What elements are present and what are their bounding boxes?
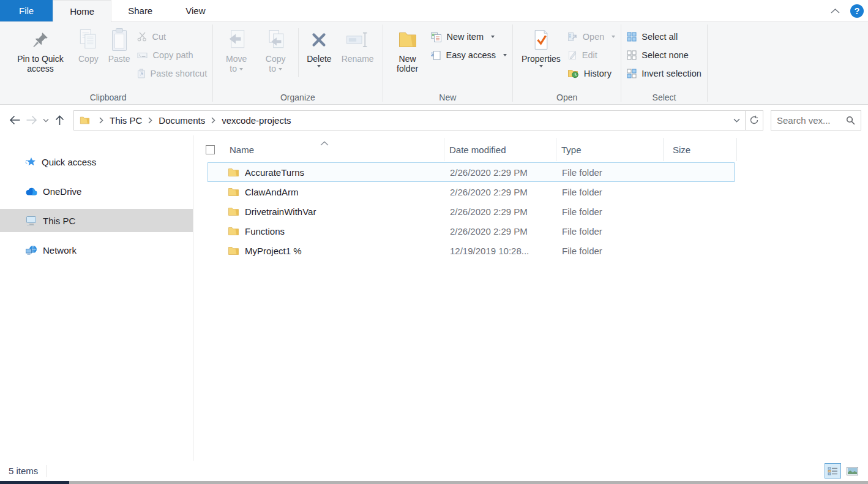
folder-icon — [228, 168, 239, 177]
file-type: File folder — [557, 187, 664, 197]
chevron-down-icon — [733, 118, 740, 123]
up-button[interactable] — [51, 112, 68, 129]
copy-icon — [78, 28, 98, 51]
cut-label: Cut — [152, 32, 166, 42]
history-icon — [567, 69, 579, 78]
pushpin-icon — [31, 31, 50, 49]
open-icon — [567, 32, 578, 42]
tab-view[interactable]: View — [169, 0, 222, 21]
file-name: Functions — [245, 226, 285, 236]
copy-to-icon — [266, 29, 285, 51]
column-header-name[interactable]: Name — [222, 138, 444, 161]
delete-button[interactable]: Delete — [302, 25, 335, 69]
sidebar-item-label: OneDrive — [43, 186, 81, 197]
file-row-clawandarm[interactable]: ClawAndArm 2/26/2020 2:29 PM File folder — [208, 182, 735, 202]
open-group-label: Open — [513, 93, 621, 102]
history-button[interactable]: History — [566, 67, 617, 80]
ribbon-group-select: Select all Select none Invert selection … — [621, 22, 707, 104]
pin-to-quick-access-label: Pin to Quick access — [12, 54, 69, 74]
search-input[interactable] — [777, 115, 846, 126]
clipboard-group-label: Clipboard — [4, 93, 212, 102]
search-box[interactable] — [771, 110, 861, 130]
easy-access-label: Easy access — [446, 50, 496, 60]
breadcrumb-vexcode-projects[interactable]: vexcode-projects — [220, 115, 292, 126]
sidebar-item-onedrive[interactable]: OneDrive — [0, 180, 193, 203]
up-arrow-icon — [55, 115, 64, 126]
pin-to-quick-access-button[interactable]: Pin to Quick access — [8, 25, 73, 75]
window-bottom-edge — [0, 481, 868, 484]
copy-label: Copy — [78, 54, 99, 64]
new-folder-label: New folder — [392, 54, 424, 74]
refresh-button[interactable] — [745, 111, 763, 130]
file-type: File folder — [557, 226, 664, 236]
properties-label: Properties — [522, 54, 561, 64]
ribbon: Pin to Quick access Copy Paste Cut Copy … — [0, 22, 868, 105]
select-none-button[interactable]: Select none — [625, 49, 703, 61]
group-inner-divider — [298, 28, 299, 77]
recent-locations-button[interactable] — [40, 112, 51, 129]
back-button[interactable] — [7, 112, 23, 129]
file-row-myproject1[interactable]: MyProject1 % 12/19/2019 10:28... File fo… — [208, 241, 735, 260]
sidebar-item-label: Quick access — [42, 157, 96, 167]
edit-pencil-icon — [567, 50, 577, 60]
easy-access-icon — [430, 50, 441, 61]
tab-share[interactable]: Share — [111, 0, 169, 21]
details-view-button[interactable] — [825, 463, 841, 478]
folder-icon — [80, 116, 90, 125]
dropdown-caret-icon — [491, 36, 495, 38]
select-all-icon — [627, 32, 637, 42]
sidebar-item-this-pc[interactable]: This PC — [0, 209, 193, 232]
address-bar[interactable]: This PC Documents vexcode-projects — [73, 110, 763, 130]
edit-button: Edit — [566, 49, 617, 61]
help-button[interactable]: ? — [850, 4, 864, 18]
minimize-ribbon-button[interactable] — [828, 4, 842, 18]
tab-home[interactable]: Home — [53, 0, 111, 22]
folder-icon — [228, 207, 239, 216]
network-globe-icon — [25, 245, 37, 255]
file-row-functions[interactable]: Functions 2/26/2020 2:29 PM File folder — [208, 221, 735, 241]
tab-file[interactable]: File — [0, 0, 53, 21]
column-header-type[interactable]: Type — [556, 138, 664, 161]
file-type: File folder — [557, 167, 664, 178]
breadcrumb-this-pc[interactable]: This PC — [108, 115, 143, 126]
sidebar-item-quick-access[interactable]: Quick access — [0, 150, 193, 173]
folder-icon — [228, 246, 239, 255]
new-folder-button[interactable]: New folder — [387, 25, 428, 75]
column-header-name-label: Name — [230, 145, 254, 155]
properties-button[interactable]: Properties — [517, 25, 565, 69]
new-item-label: New item — [447, 32, 484, 42]
rename-button: Rename — [337, 25, 378, 65]
file-date-modified: 2/26/2020 2:29 PM — [445, 187, 557, 197]
select-all-button[interactable]: Select all — [625, 31, 703, 43]
ribbon-group-open: Properties Open Edit History Open — [513, 22, 621, 104]
thumbnails-view-button[interactable] — [844, 463, 861, 478]
sidebar-item-network[interactable]: Network — [0, 238, 193, 262]
invert-selection-button[interactable]: Invert selection — [625, 67, 703, 80]
select-all-checkbox[interactable] — [206, 145, 215, 154]
paste-icon — [110, 28, 129, 52]
search-icon — [846, 116, 855, 125]
address-dropdown-button[interactable] — [728, 111, 745, 130]
column-header-size[interactable]: Size — [664, 138, 737, 161]
easy-access-button[interactable]: Easy access — [428, 49, 509, 61]
column-header-date-modified[interactable]: Date modified — [444, 138, 556, 161]
onedrive-cloud-icon — [25, 187, 37, 195]
group-divider — [707, 25, 708, 102]
item-count: 5 items — [9, 466, 38, 476]
file-row-drivetrainwithvar[interactable]: DrivetrainWithVar 2/26/2020 2:29 PM File… — [208, 202, 735, 221]
rename-label: Rename — [342, 54, 374, 64]
dropdown-caret-icon — [239, 68, 243, 70]
help-glyph: ? — [855, 6, 860, 16]
file-row-accurateturns[interactable]: AccurateTurns 2/26/2020 2:29 PM File fol… — [208, 162, 735, 182]
file-date-modified: 2/26/2020 2:29 PM — [445, 226, 557, 236]
paste-button: Paste — [104, 25, 135, 65]
paste-shortcut-button: Paste shortcut — [135, 67, 209, 80]
scissors-icon — [137, 32, 148, 42]
open-button: Open — [566, 31, 617, 43]
new-item-button[interactable]: New item — [428, 31, 509, 43]
dropdown-caret-icon — [503, 54, 507, 56]
dropdown-caret-icon — [612, 36, 615, 38]
organize-group-label: Organize — [213, 93, 382, 102]
history-label: History — [584, 69, 612, 78]
breadcrumb-documents[interactable]: Documents — [157, 115, 206, 126]
